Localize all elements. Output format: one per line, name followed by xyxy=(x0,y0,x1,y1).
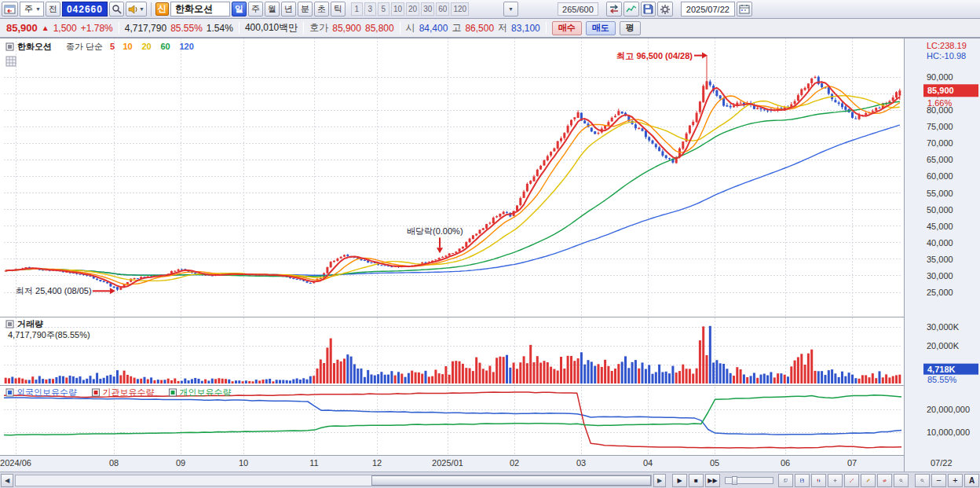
period-tick-button[interactable]: 틱 xyxy=(331,2,346,17)
magnifier-q-icon[interactable] xyxy=(915,474,930,487)
svg-text:120: 120 xyxy=(180,42,194,51)
eraser-icon[interactable] xyxy=(877,474,892,487)
svg-text:LC:238.19: LC:238.19 xyxy=(927,41,967,50)
svg-text:03: 03 xyxy=(576,458,586,468)
open-label: 시 xyxy=(406,21,415,35)
interval-3-button[interactable]: 3 xyxy=(364,2,376,16)
play-icon[interactable]: ▶ xyxy=(672,474,687,487)
save-image-icon[interactable] xyxy=(795,474,810,487)
period-daily-button[interactable]: 일 xyxy=(232,2,247,17)
svg-text:10: 10 xyxy=(239,458,248,468)
crosshair-icon[interactable] xyxy=(828,474,843,487)
period-monthly-button[interactable]: 월 xyxy=(265,2,280,17)
stock-name: 한화오션 xyxy=(170,2,230,17)
buy-button[interactable]: 매수 xyxy=(552,21,582,35)
interval-dropdown-icon[interactable]: ▼ xyxy=(503,2,518,17)
date-field[interactable]: 2025/07/22 xyxy=(681,2,735,17)
draw-icon[interactable] xyxy=(861,474,876,487)
svg-text:25,000: 25,000 xyxy=(927,288,953,297)
zoom-tool-icon[interactable] xyxy=(894,474,909,487)
search-icon[interactable] xyxy=(109,2,124,17)
period-yearly-button[interactable]: 년 xyxy=(281,2,296,17)
eraser-glyph-icon xyxy=(883,475,887,486)
svg-text:40,000: 40,000 xyxy=(927,238,953,248)
svg-text:70,000: 70,000 xyxy=(927,138,953,148)
stock-chart[interactable]: 90,00085,00080,00075,00070,00065,00060,0… xyxy=(0,38,980,471)
ask-price: 85,900 xyxy=(332,23,361,34)
svg-text:55,000: 55,000 xyxy=(927,189,953,198)
svg-text:65,000: 65,000 xyxy=(927,155,953,164)
scroll-right-icon[interactable]: ▶ xyxy=(653,474,666,487)
scroll-left-icon[interactable]: ◀ xyxy=(1,474,13,487)
gear-icon xyxy=(660,4,671,15)
avg-button[interactable]: 평 xyxy=(620,21,641,35)
svg-text:50,000: 50,000 xyxy=(927,205,953,215)
divider xyxy=(239,22,240,34)
interval-10-button[interactable]: 10 xyxy=(391,2,404,16)
interval-5-button[interactable]: 5 xyxy=(378,2,389,16)
stock-code-input[interactable] xyxy=(62,2,108,17)
wave-icon xyxy=(626,4,637,14)
zoom-out-button[interactable]: − xyxy=(931,474,946,487)
stop-icon[interactable]: ■ xyxy=(689,474,704,487)
interval-30-button[interactable]: 30 xyxy=(421,2,434,16)
svg-text:외국인보유수량: 외국인보유수량 xyxy=(16,387,77,397)
sell-button[interactable]: 매도 xyxy=(586,21,616,35)
divider xyxy=(400,22,400,34)
svg-text:08: 08 xyxy=(109,458,119,468)
svg-text:4,717,790주(85.55%): 4,717,790주(85.55%) xyxy=(8,330,90,339)
turnover-pct: 1.54% xyxy=(207,23,233,34)
svg-text:한화오션: 한화오션 xyxy=(17,42,52,51)
jeon-button[interactable]: 전 xyxy=(46,2,60,17)
interval-20-button[interactable]: 20 xyxy=(406,2,419,16)
main-toolbar: 주 ▼ 전 ▼ 신 한화오션 일 주 월 년 분 초 틱 1 3 5 10 20… xyxy=(0,0,980,19)
hoga-label: 호가 xyxy=(309,21,328,35)
svg-text:04: 04 xyxy=(643,458,653,468)
high-label: 고 xyxy=(452,21,461,35)
popup-icon[interactable] xyxy=(778,474,793,487)
chart-area[interactable]: 90,00085,00080,00075,00070,00065,00060,0… xyxy=(0,38,980,471)
speaker-icon[interactable]: ▼ xyxy=(126,2,147,17)
low-label: 저 xyxy=(498,21,507,35)
trendline-icon[interactable] xyxy=(844,474,859,487)
price-change: 1,500 xyxy=(53,23,77,34)
prev-window-icon[interactable] xyxy=(2,2,18,17)
svg-text:배당락(0.00%): 배당락(0.00%) xyxy=(407,226,463,236)
zoom-slider-thumb[interactable] xyxy=(732,476,737,485)
settings-icon[interactable] xyxy=(657,2,673,17)
magnifier-icon xyxy=(112,4,122,14)
interval-60-button[interactable]: 60 xyxy=(436,2,449,16)
scrollbar-track[interactable] xyxy=(15,475,652,486)
interval-1-button[interactable]: 1 xyxy=(351,2,363,16)
chevron-down-icon: ▼ xyxy=(139,6,144,12)
calendar-icon[interactable] xyxy=(737,2,752,17)
zoom-slider[interactable] xyxy=(725,477,773,484)
symbol-type-combo[interactable]: 주 ▼ xyxy=(20,2,44,17)
period-weekly-button[interactable]: 주 xyxy=(248,2,263,17)
chart-type-icon[interactable] xyxy=(811,474,826,487)
svg-text:종가 단순: 종가 단순 xyxy=(66,42,103,51)
magnifier-icon xyxy=(920,475,924,486)
svg-text:기관보유수량: 기관보유수량 xyxy=(103,387,155,397)
zoom-in-button[interactable]: + xyxy=(948,474,963,487)
bid-price: 85,800 xyxy=(365,23,394,34)
auto-scale-button[interactable]: A xyxy=(964,474,979,487)
cross-icon xyxy=(833,475,837,486)
compare-icon[interactable] xyxy=(606,2,622,17)
fast-forward-icon[interactable]: ▶▶ xyxy=(705,474,720,487)
interval-120-button[interactable]: 120 xyxy=(451,2,469,16)
indicator-icon[interactable] xyxy=(623,2,639,17)
chevron-down-icon: ▼ xyxy=(508,6,514,12)
save-icon[interactable] xyxy=(641,2,656,17)
svg-text:05: 05 xyxy=(710,458,719,468)
divider xyxy=(303,22,304,34)
svg-text:HC:-10.98: HC:-10.98 xyxy=(927,51,966,61)
calendar-glyph-icon xyxy=(739,4,750,14)
period-minute-button[interactable]: 분 xyxy=(298,2,313,17)
svg-text:2025/01: 2025/01 xyxy=(432,458,463,468)
svg-text:최고 96,500 (04/28): 최고 96,500 (04/28) xyxy=(616,51,693,61)
scrollbar-thumb[interactable] xyxy=(371,475,651,486)
svg-text:10,000,000: 10,000,000 xyxy=(927,427,970,437)
price-change-pct: +1.78% xyxy=(81,23,113,34)
period-second-button[interactable]: 초 xyxy=(314,2,329,17)
